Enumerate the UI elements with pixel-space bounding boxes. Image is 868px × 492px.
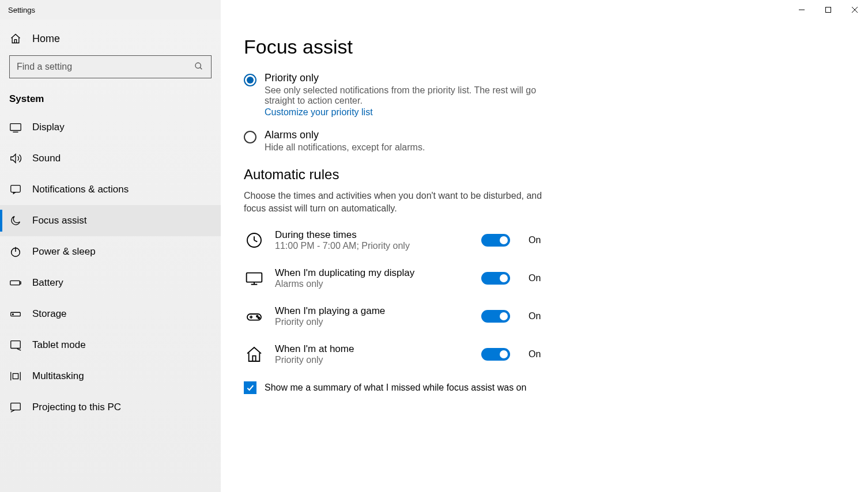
rule-subtitle: Alarms only [275, 279, 471, 289]
svg-point-15 [13, 314, 14, 315]
svg-point-4 [195, 63, 201, 68]
svg-rect-9 [11, 186, 21, 192]
battery-icon [9, 277, 22, 289]
toggle-playing-game[interactable] [481, 310, 510, 323]
svg-rect-12 [10, 281, 20, 285]
gamepad-icon [244, 306, 265, 327]
sidebar-item-storage[interactable]: Storage [0, 298, 221, 330]
sidebar-item-sound[interactable]: Sound [0, 143, 221, 174]
svg-rect-20 [11, 403, 21, 410]
radio-unselected-icon [244, 131, 256, 143]
rule-during-times[interactable]: During these times 11:00 PM - 7:00 AM; P… [244, 229, 845, 251]
sidebar-item-multitasking[interactable]: Multitasking [0, 361, 221, 392]
sidebar-item-label: Power & sleep [32, 246, 96, 258]
display-icon [9, 121, 22, 134]
maximize-button[interactable] [815, 1, 841, 19]
multitasking-icon [9, 370, 22, 383]
sidebar-item-display[interactable]: Display [0, 112, 221, 143]
sidebar-item-power-sleep[interactable]: Power & sleep [0, 236, 221, 267]
sidebar-item-label: Focus assist [32, 215, 86, 226]
notifications-icon [9, 183, 22, 196]
rule-title: When I'm playing a game [275, 305, 471, 317]
rule-title: When I'm duplicating my display [275, 267, 471, 279]
radio-priority-only[interactable]: Priority only See only selected notifica… [244, 72, 567, 118]
monitor-icon [244, 268, 265, 289]
sidebar-item-label: Battery [32, 277, 63, 289]
sidebar-section-label: System [0, 89, 221, 112]
window-title: Settings [0, 6, 35, 14]
svg-rect-6 [10, 124, 21, 131]
moon-icon [9, 214, 22, 227]
toggle-state: On [529, 349, 541, 359]
automatic-rules-heading: Automatic rules [244, 166, 845, 183]
svg-line-5 [200, 67, 202, 69]
rule-title: During these times [275, 229, 471, 241]
sidebar-home[interactable]: Home [0, 24, 221, 55]
toggle-state: On [529, 235, 541, 245]
summary-checkbox[interactable] [244, 381, 256, 394]
clock-icon [244, 230, 265, 251]
tablet-icon [9, 339, 22, 351]
radio-title: Priority only [265, 72, 567, 84]
radio-selected-icon [244, 74, 256, 86]
toggle-during-times[interactable] [481, 234, 510, 247]
svg-rect-13 [20, 282, 21, 284]
rule-subtitle: 11:00 PM - 7:00 AM; Priority only [275, 241, 471, 251]
page-title: Focus assist [244, 36, 845, 58]
rule-playing-game[interactable]: When I'm playing a game Priority only On [244, 305, 845, 327]
sidebar-item-projecting[interactable]: Projecting to this PC [0, 392, 221, 423]
radio-alarms-only[interactable]: Alarms only Hide all notifications, exce… [244, 129, 567, 153]
toggle-duplicating-display[interactable] [481, 272, 510, 285]
search-input[interactable] [9, 55, 212, 78]
sidebar-item-focus-assist[interactable]: Focus assist [0, 205, 221, 236]
rule-at-home[interactable]: When I'm at home Priority only On [244, 343, 845, 365]
toggle-state: On [529, 311, 541, 321]
toggle-at-home[interactable] [481, 348, 510, 361]
close-button[interactable] [841, 1, 868, 19]
rule-subtitle: Priority only [275, 317, 471, 327]
svg-rect-24 [247, 273, 262, 282]
radio-title: Alarms only [265, 129, 425, 141]
svg-line-23 [254, 240, 257, 242]
svg-rect-19 [13, 373, 18, 379]
sidebar-item-label: Tablet mode [32, 339, 86, 351]
sidebar-item-label: Storage [32, 308, 67, 320]
sidebar-item-label: Notifications & actions [32, 184, 129, 195]
customize-priority-link[interactable]: Customize your priority list [265, 107, 373, 118]
sidebar-item-notifications[interactable]: Notifications & actions [0, 174, 221, 205]
sound-icon [9, 152, 22, 165]
radio-description: Hide all notifications, except for alarm… [265, 142, 425, 153]
home-icon [9, 32, 22, 45]
automatic-rules-description: Choose the times and activities when you… [244, 190, 544, 215]
svg-point-30 [256, 315, 258, 317]
power-icon [9, 245, 22, 258]
summary-checkbox-label: Show me a summary of what I missed while… [265, 383, 526, 393]
projecting-icon [9, 401, 22, 414]
toggle-state: On [529, 273, 541, 283]
sidebar-item-tablet-mode[interactable]: Tablet mode [0, 330, 221, 361]
sidebar-item-label: Projecting to this PC [32, 402, 121, 413]
rule-duplicating-display[interactable]: When I'm duplicating my display Alarms o… [244, 267, 845, 289]
sidebar-item-label: Multitasking [32, 370, 84, 382]
svg-marker-8 [11, 154, 16, 163]
minimize-button[interactable] [788, 1, 815, 19]
home-icon [244, 344, 265, 365]
storage-icon [9, 308, 22, 320]
sidebar-item-label: Display [32, 122, 65, 133]
svg-point-31 [258, 317, 260, 319]
sidebar-item-battery[interactable]: Battery [0, 267, 221, 298]
sidebar-home-label: Home [32, 33, 60, 45]
search-icon [194, 62, 205, 72]
rule-subtitle: Priority only [275, 355, 471, 365]
rule-title: When I'm at home [275, 343, 471, 355]
svg-rect-16 [11, 341, 21, 349]
radio-description: See only selected notifications from the… [265, 85, 567, 106]
sidebar-item-label: Sound [32, 153, 61, 164]
svg-rect-1 [826, 7, 831, 13]
